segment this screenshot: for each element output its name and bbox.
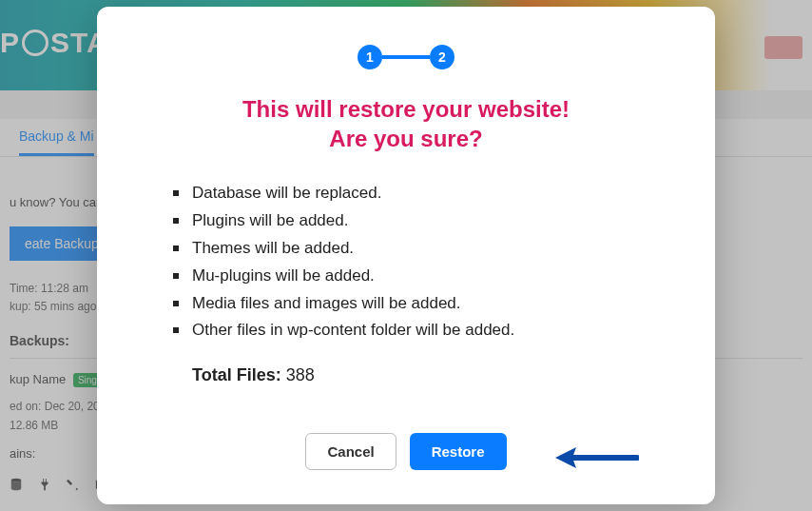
list-item: Other files in wp-content folder will be…	[173, 317, 667, 344]
list-item: Media files and images will be added.	[173, 290, 667, 318]
modal-title-line2: Are you sure?	[329, 126, 482, 151]
step-2: 2	[430, 45, 454, 69]
modal-title: This will restore your website! Are you …	[145, 94, 667, 153]
step-connector	[382, 55, 430, 59]
restore-confirm-modal: 1 2 This will restore your website! Are …	[97, 7, 715, 505]
total-files-label: Total Files:	[192, 365, 281, 384]
list-item: Plugins will be added.	[173, 207, 667, 235]
list-item: Database will be replaced.	[173, 180, 667, 207]
cancel-button[interactable]: Cancel	[305, 433, 396, 470]
modal-overlay: 1 2 This will restore your website! Are …	[0, 0, 812, 511]
stepper: 1 2	[145, 45, 667, 69]
step-1: 1	[358, 45, 382, 69]
restore-item-list: Database will be replaced. Plugins will …	[145, 180, 667, 344]
total-files-row: Total Files: 388	[145, 365, 667, 385]
restore-button[interactable]: Restore	[410, 433, 507, 470]
list-item: Mu-plugins will be added.	[173, 263, 667, 290]
callout-arrow-icon	[553, 443, 639, 476]
total-files-value: 388	[286, 365, 315, 384]
modal-title-line1: This will restore your website!	[242, 96, 570, 122]
list-item: Themes will be added.	[173, 235, 667, 263]
